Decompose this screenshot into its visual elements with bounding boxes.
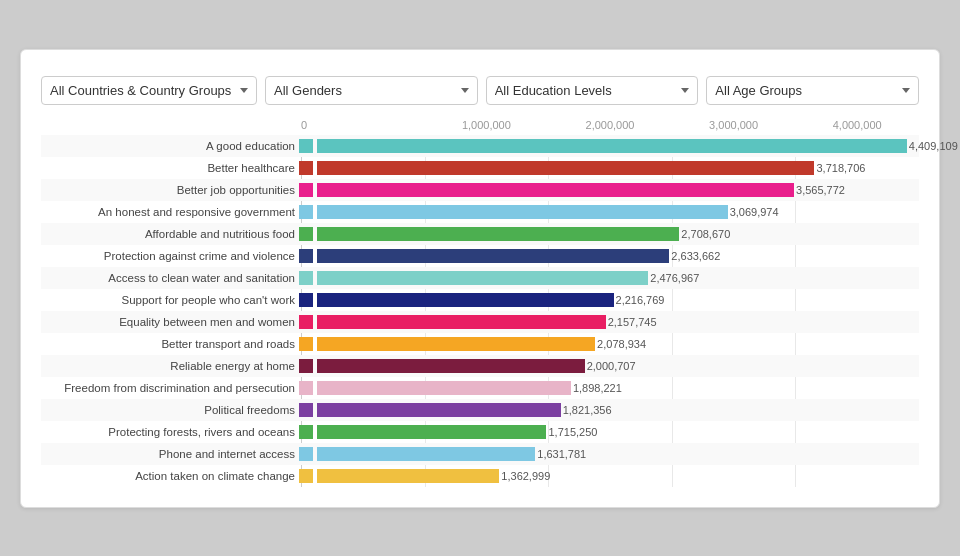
bar-value: 1,821,356 [563,403,612,417]
bar [317,139,907,153]
bar-container: 2,708,670 [317,227,919,241]
age-filter[interactable]: All Age Groups [706,76,919,105]
row-label: Freedom from discrimination and persecut… [41,382,299,394]
bar-row: A good education4,409,109 [41,135,919,157]
bar [317,271,648,285]
row-label: Support for people who can't work [41,294,299,306]
bar-container: 2,633,662 [317,249,919,263]
bar-container: 2,476,967 [317,271,919,285]
bar-container: 1,631,781 [317,447,919,461]
bar [317,205,728,219]
bar-value: 4,409,109 [909,139,958,153]
row-label: Better healthcare [41,162,299,174]
row-label: A good education [41,140,299,152]
axis-labels: 01,000,0002,000,0003,000,0004,000,000 [301,119,919,131]
bar-value: 3,718,706 [816,161,865,175]
bar-container: 2,157,745 [317,315,919,329]
row-label: Equality between men and women [41,316,299,328]
color-box [299,161,313,175]
bar-row: Support for people who can't work2,216,7… [41,289,919,311]
bar-value: 3,565,772 [796,183,845,197]
bar [317,403,561,417]
bar-container: 4,409,109 [317,139,919,153]
bar-row: An honest and responsive government3,069… [41,201,919,223]
row-label: Affordable and nutritious food [41,228,299,240]
bar [317,359,585,373]
bar [317,227,679,241]
color-box [299,359,313,373]
bar-row: Better healthcare3,718,706 [41,157,919,179]
color-box [299,469,313,483]
row-label: An honest and responsive government [41,206,299,218]
filter-row: All Countries & Country Groups All Gende… [41,76,919,105]
bar-value: 3,069,974 [730,205,779,219]
bar [317,315,606,329]
bar-row: Access to clean water and sanitation2,47… [41,267,919,289]
education-filter[interactable]: All Education Levels [486,76,699,105]
bar-value: 2,708,670 [681,227,730,241]
bar-row: Reliable energy at home2,000,707 [41,355,919,377]
row-label: Protecting forests, rivers and oceans [41,426,299,438]
bar-row: Affordable and nutritious food2,708,670 [41,223,919,245]
countries-filter[interactable]: All Countries & Country Groups [41,76,257,105]
bar-value: 2,078,934 [597,337,646,351]
row-label: Political freedoms [41,404,299,416]
chart-rows: A good education4,409,109Better healthca… [41,135,919,487]
bar-row: Political freedoms1,821,356 [41,399,919,421]
bar-container: 3,718,706 [317,161,919,175]
row-label: Phone and internet access [41,448,299,460]
bar-row: Phone and internet access1,631,781 [41,443,919,465]
bar-container: 2,078,934 [317,337,919,351]
color-box [299,271,313,285]
bar-row: Equality between men and women2,157,745 [41,311,919,333]
bar-container: 1,715,250 [317,425,919,439]
bar-value: 2,633,662 [671,249,720,263]
axis-label: 3,000,000 [672,119,796,131]
bar [317,293,614,307]
bar-value: 1,362,999 [501,469,550,483]
color-box [299,227,313,241]
row-label: Better transport and roads [41,338,299,350]
bar-value: 2,216,769 [616,293,665,307]
bar-row: Protecting forests, rivers and oceans1,7… [41,421,919,443]
bar-value: 1,898,221 [573,381,622,395]
bar-row: Freedom from discrimination and persecut… [41,377,919,399]
bar-container: 1,821,356 [317,403,919,417]
bar-container: 2,216,769 [317,293,919,307]
bar [317,381,571,395]
bar-value: 2,000,707 [587,359,636,373]
color-box [299,249,313,263]
bar-container: 2,000,707 [317,359,919,373]
main-card: All Countries & Country Groups All Gende… [20,49,940,508]
row-label: Access to clean water and sanitation [41,272,299,284]
row-label: Better job opportunities [41,184,299,196]
bar [317,249,669,263]
color-box [299,381,313,395]
axis-label: 4,000,000 [795,119,919,131]
row-label: Action taken on climate change [41,470,299,482]
bar-container: 1,362,999 [317,469,919,483]
axis-label: 1,000,000 [425,119,549,131]
bar-row: Better job opportunities3,565,772 [41,179,919,201]
color-box [299,205,313,219]
row-label: Protection against crime and violence [41,250,299,262]
color-box [299,139,313,153]
genders-filter[interactable]: All Genders [265,76,478,105]
bar-value: 2,157,745 [608,315,657,329]
bar-row: Action taken on climate change1,362,999 [41,465,919,487]
color-box [299,315,313,329]
color-box [299,337,313,351]
bar [317,425,546,439]
bar [317,161,814,175]
color-box [299,425,313,439]
bar-row: Protection against crime and violence2,6… [41,245,919,267]
bar [317,337,595,351]
bar-container: 3,565,772 [317,183,919,197]
row-label: Reliable energy at home [41,360,299,372]
color-box [299,293,313,307]
bar-value: 1,715,250 [548,425,597,439]
bar-row: Better transport and roads2,078,934 [41,333,919,355]
color-box [299,403,313,417]
axis-label: 0 [301,119,425,131]
bar-container: 1,898,221 [317,381,919,395]
